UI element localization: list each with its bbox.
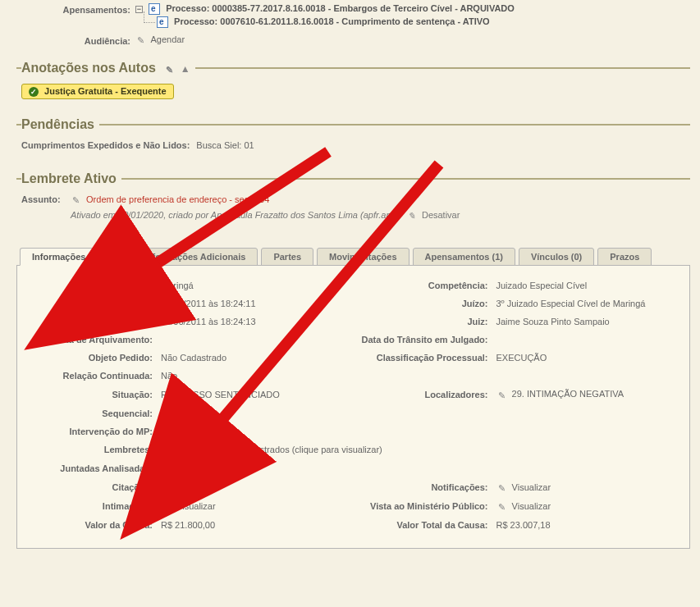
- justica-gratuita-badge[interactable]: ✓ Justiça Gratuita - Exequente: [21, 84, 174, 99]
- lembretes-value[interactable]: ✎ Há 3 lembretes cadastrados (clique par…: [161, 445, 678, 455]
- situacao-label: Situação:: [29, 390, 156, 399]
- pencil-icon[interactable]: ✎: [498, 483, 508, 493]
- assunto-label: Assunto:: [21, 194, 71, 205]
- autuacao-label: Autuação:: [29, 299, 156, 308]
- pendencias-panel: Pendências Cumprimentos Expedidos e Não …: [16, 117, 690, 157]
- classproc-label: Classificação Processual:: [348, 353, 492, 363]
- sequencial-value: 2556: [161, 408, 678, 418]
- juizo-label: Juízo:: [348, 299, 492, 308]
- classproc-value: EXECUÇÃO: [496, 353, 679, 363]
- process-1-text: Processo: 0000385-77.2017.8.16.0018 - Em…: [166, 3, 515, 13]
- citacoes-value[interactable]: ✎ Visualizar: [161, 482, 343, 493]
- tab-panel-informacoes-gerais: Comarca: Maringá Competência: Juizado Es…: [16, 266, 690, 548]
- juiz-value: Jaime Souza Pinto Sampaio: [496, 317, 679, 326]
- anotacoes-title: Anotações nos Autos: [21, 61, 156, 75]
- vistamp-text: Visualizar: [512, 501, 551, 511]
- process-2-text: Processo: 0007610-61.2011.8.16.0018 - Cu…: [174, 16, 490, 26]
- notificacoes-label: Notificações:: [348, 482, 492, 492]
- localizadores-text: 29. INTIMAÇÃO NEGATIVA: [512, 389, 625, 399]
- comarca-value: Maringá: [161, 281, 343, 290]
- agendar-link[interactable]: Agendar: [150, 34, 185, 44]
- pencil-icon[interactable]: ✎: [137, 35, 147, 45]
- situacao-value: PROCESSO SENTENCIADO: [161, 390, 343, 399]
- arquivamento-label: Data de Arquivamento:: [29, 335, 156, 345]
- tree-branch-icon: [144, 11, 155, 23]
- pencil-icon[interactable]: ✎: [498, 390, 508, 400]
- transito-label: Data do Trânsito em Julgado:: [348, 335, 492, 345]
- process-link-2[interactable]: Processo: 0007610-61.2011.8.16.0018 - Cu…: [157, 16, 690, 28]
- check-icon: ✓: [29, 87, 39, 97]
- intimacoes-label: Intimações:: [29, 501, 156, 511]
- lembrete-meta-row: Ativado em 10/01/2020, criado por Ana Pa…: [71, 210, 685, 221]
- pencil-icon[interactable]: ✎: [162, 483, 172, 493]
- assunto-link[interactable]: Ordem de preferencia de endereço - seq. …: [86, 194, 269, 204]
- arrow-up-icon[interactable]: ▲: [181, 63, 190, 75]
- lembrete-panel: Lembrete Ativo Assunto: ✎ Ordem de prefe…: [16, 171, 690, 224]
- lembrete-meta-text: Ativado em 10/01/2020, criado por Ana Pa…: [71, 210, 396, 220]
- juizo-value: 3º Juizado Especial Cível de Maringá: [496, 299, 679, 308]
- notificacoes-text: Visualizar: [512, 482, 551, 492]
- pendencia-row: Cumprimentos Expedidos e Não Lidos: Busc…: [21, 140, 685, 150]
- juntadas-value[interactable]: ✎ Visualizar: [161, 463, 678, 474]
- lembrete-assunto-row: Assunto: ✎ Ordem de preferencia de ender…: [21, 194, 685, 205]
- tab-prazos[interactable]: Prazos: [597, 248, 652, 266]
- relcont-value: Não: [161, 371, 678, 381]
- sequencial-label: Sequencial:: [29, 408, 156, 418]
- relcont-label: Relação Continuada:: [29, 371, 156, 381]
- top-info-rows: Apensamentos: − Processo: 0000385-77.201…: [16, 3, 690, 46]
- valortotal-label: Valor Total da Causa:: [348, 520, 492, 530]
- process-doc-icon: [157, 16, 168, 28]
- apensamentos-row: Apensamentos: − Processo: 0000385-77.201…: [16, 3, 690, 30]
- juntadas-text: Visualizar: [176, 463, 216, 473]
- intervmp-value: Indefinido: [161, 427, 678, 436]
- notificacoes-value[interactable]: ✎ Visualizar: [496, 482, 679, 493]
- pendencia-value[interactable]: Busca Siel: 01: [196, 140, 254, 150]
- tab-apensamentos[interactable]: Apensamentos (1): [413, 248, 515, 266]
- citacoes-text: Visualizar: [176, 482, 216, 492]
- anotacoes-legend: Anotações nos Autos ✎ ▲: [21, 61, 195, 75]
- apensamentos-label: Apensamentos:: [16, 3, 135, 15]
- tab-informacoes-adicionais[interactable]: Informações Adicionais: [132, 248, 258, 266]
- audiencia-value: ✎ Agendar: [135, 34, 690, 45]
- objeto-value: Não Cadastrado: [161, 353, 343, 363]
- pencil-icon[interactable]: ✎: [72, 195, 82, 205]
- pencil-icon[interactable]: ✎: [498, 502, 508, 512]
- vistamp-value[interactable]: ✎ Visualizar: [496, 501, 679, 512]
- assunto-value-wrap: ✎ Ordem de preferencia de endereço - seq…: [71, 194, 269, 205]
- apensamentos-tree: − Processo: 0000385-77.2017.8.16.0018 - …: [135, 3, 690, 30]
- citacoes-label: Citações:: [29, 482, 156, 492]
- intimacoes-value[interactable]: ✎ Visualizar: [161, 501, 343, 512]
- lembretes-label: Lembretes:: [29, 445, 156, 454]
- lembrete-title: Lembrete Ativo: [21, 171, 121, 186]
- tree-collapse-icon[interactable]: −: [135, 6, 143, 13]
- vistamp-label: Vista ao Ministério Público:: [348, 501, 492, 511]
- tab-informacoes-gerais[interactable]: Informações Gerais: [20, 248, 129, 266]
- pendencia-label: Cumprimentos Expedidos e Não Lidos:: [21, 140, 196, 150]
- objeto-label: Objeto Pedido:: [29, 353, 156, 363]
- valorcausa-label: Valor da Causa:: [29, 520, 156, 530]
- juiz-label: Juiz:: [348, 317, 492, 326]
- tab-bar: Informações Gerais Informações Adicionai…: [16, 247, 690, 266]
- tab-movimentacoes[interactable]: Movimentações: [317, 248, 409, 266]
- competencia-value: Juizado Especial Cível: [496, 281, 679, 290]
- pencil-icon[interactable]: ✎: [162, 445, 172, 455]
- process-link-1[interactable]: − Processo: 0000385-77.2017.8.16.0018 - …: [135, 3, 690, 15]
- comarca-label: Comarca:: [29, 281, 156, 290]
- pencil-icon[interactable]: ✎: [166, 65, 176, 75]
- juntadas-label: Juntadas Analisadas:: [29, 463, 156, 473]
- desativar-link[interactable]: Desativar: [422, 210, 460, 220]
- pencil-icon[interactable]: ✎: [408, 211, 418, 221]
- tab-partes[interactable]: Partes: [261, 248, 313, 266]
- intimacoes-text: Visualizar: [176, 501, 216, 511]
- localizadores-value[interactable]: ✎ 29. INTIMAÇÃO NEGATIVA: [496, 389, 679, 399]
- localizadores-label: Localizadores:: [348, 390, 492, 399]
- pencil-icon[interactable]: ✎: [162, 464, 172, 474]
- autuacao-value: 22/06/2011 às 18:24:11: [161, 299, 343, 308]
- distribuicao-label: Distribuição:: [29, 317, 156, 326]
- anotacoes-panel: Anotações nos Autos ✎ ▲ ✓ Justiça Gratui…: [16, 61, 690, 103]
- valortotal-value: R$ 23.007,18: [496, 520, 679, 530]
- pencil-icon[interactable]: ✎: [162, 502, 172, 512]
- lembretes-text: Há 3 lembretes cadastrados (clique para …: [176, 445, 382, 454]
- info-grid: Comarca: Maringá Competência: Juizado Es…: [29, 281, 678, 529]
- tab-vinculos[interactable]: Vínculos (0): [519, 248, 594, 266]
